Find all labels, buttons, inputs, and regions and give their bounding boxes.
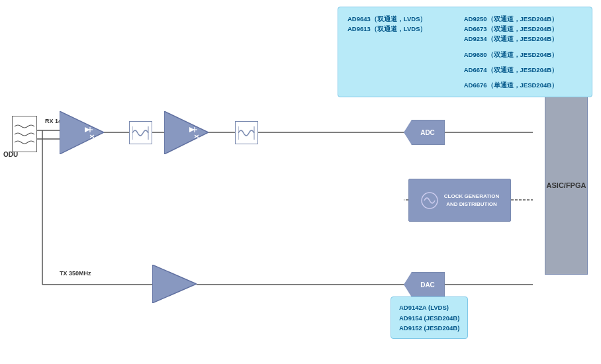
dac-label: DAC: [420, 281, 435, 289]
adc-label: ADC: [420, 129, 435, 136]
odu-block: [12, 116, 37, 152]
info-box-top: AD9643（双通道，LVDS） AD9613（双通道，LVDS） AD9250…: [338, 7, 592, 97]
clock-label1: CLOCK GENERATION: [444, 193, 499, 200]
dac-block: DAC: [404, 272, 445, 297]
info-top-col2-line1: AD9250（双通道，JESD204B）: [464, 14, 582, 24]
info-top-col2-line3: AD9234（双通道，JESD204B）: [464, 34, 582, 44]
info-top-col2-line2: AD6673（双通道，JESD204B）: [464, 24, 582, 34]
info-box-bottom: AD9142A (LVDS) AD9154 (JESD204B) AD9152 …: [391, 296, 468, 339]
filter1-block: [129, 121, 152, 144]
svg-marker-30: [152, 265, 197, 303]
adc-block: ADC: [404, 120, 445, 145]
amp3-block: [152, 265, 197, 306]
odu-label: ODU: [3, 151, 18, 158]
info-top-col2-line5: AD6674（双通道，JESD204B）: [464, 65, 582, 75]
info-bottom-line3: AD9152 (JESD204B): [399, 323, 459, 333]
amp1-block: [60, 111, 104, 157]
info-bottom-line1: AD9142A (LVDS): [399, 302, 459, 312]
clock-label2: AND DISTRIBUTION: [444, 201, 499, 208]
svg-marker-21: [164, 111, 208, 154]
info-top-col2-line6: AD6676（单通道，JESD204B）: [464, 80, 582, 90]
tx-label: TX 350MHz: [60, 270, 91, 277]
amp2-block: [164, 111, 208, 157]
asic-fpga-block: ASIC/FPGA: [545, 96, 588, 275]
asic-label: ASIC/FPGA: [547, 181, 586, 189]
info-bottom-line2: AD9154 (JESD204B): [399, 313, 459, 323]
filter2-block: [235, 121, 258, 144]
svg-marker-13: [60, 111, 104, 154]
diagram: ODU RX 140MHz TX 350MHz: [0, 0, 601, 364]
info-top-col1-line2: AD9613（双通道，LVDS）: [347, 24, 451, 34]
clock-block: CLOCK GENERATION AND DISTRIBUTION: [408, 179, 511, 222]
info-top-col1-line1: AD9643（双通道，LVDS）: [347, 14, 451, 24]
info-top-col2-line4: AD9680（双通道，JESD204B）: [464, 50, 582, 60]
